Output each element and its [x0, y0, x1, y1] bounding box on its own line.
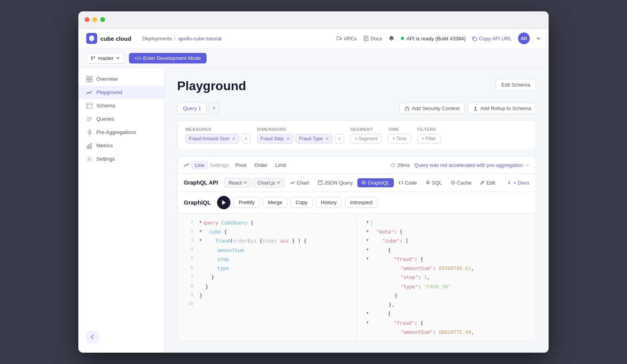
vpcs-link[interactable]: VPCs [336, 36, 357, 42]
history-button[interactable]: History [316, 197, 342, 208]
view-tab-cache[interactable]: Cache [447, 178, 476, 187]
dimension-chip-fraud-step-label: Fraud Step [261, 136, 284, 141]
measure-chip-fraud-amount-sum[interactable]: Fraud Amount Sum × [185, 134, 239, 143]
user-menu-chevron-icon[interactable] [536, 36, 541, 41]
svg-point-14 [89, 93, 90, 94]
react-chevron-icon [243, 181, 247, 185]
minimize-button[interactable] [92, 17, 97, 22]
sidebar-item-playground[interactable]: Playground [78, 86, 164, 99]
run-query-button[interactable] [217, 196, 230, 209]
add-time-button[interactable]: + Time [388, 134, 411, 143]
result-code-pane: ▼ { ▼ "data": { ▼ "cube": [ ▼ [357, 214, 536, 341]
prettify-button[interactable]: Prettify [234, 197, 259, 208]
svg-rect-9 [87, 76, 89, 79]
dimension-chip-fraud-step[interactable]: Fraud Step × [257, 134, 294, 143]
sql-view-icon [426, 180, 430, 185]
chart-type-line-button[interactable]: Line [191, 161, 208, 170]
query-code-pane[interactable]: 1 ▼ query CubeQuery { 2 ▼ cube { 3 ▼ [178, 214, 357, 341]
notifications-bell[interactable] [388, 35, 395, 42]
code-line-2: 2 ▼ cube { [178, 227, 357, 236]
chartjs-chevron-icon [277, 181, 281, 185]
avatar[interactable]: AD [518, 33, 530, 44]
collapse-icon [90, 334, 95, 340]
add-query-tab-button[interactable]: + [208, 103, 219, 114]
devbar: master </> Enter Development Mode [78, 49, 549, 68]
app-window: cube cloud Deployments / apollo-cube-tut… [78, 11, 549, 353]
maximize-button[interactable] [100, 17, 105, 22]
close-button[interactable] [85, 17, 89, 22]
limit-button[interactable]: Limit [272, 161, 289, 170]
add-segment-button[interactable]: + Segment [350, 134, 382, 143]
view-tab-graphiql[interactable]: GraphiQL [357, 178, 393, 187]
framework-chartjs-selector[interactable]: Chart.js [253, 178, 285, 188]
enter-dev-mode-button[interactable]: </> Enter Development Mode [129, 53, 207, 63]
breadcrumb-deployments[interactable]: Deployments [142, 36, 172, 42]
not-accelerated-link[interactable]: Query was not accelerated with pre-aggre… [415, 162, 529, 168]
code-line-7: 7 } [178, 273, 357, 282]
add-rollup-to-schema-button[interactable]: Add Rollup to Schema [468, 103, 536, 114]
view-tab-code[interactable]: Code [395, 178, 421, 187]
page-title: Playground [177, 79, 246, 93]
result-line-10: }, [357, 300, 536, 309]
code-line-3: 3 ▼ fraud(orderBy: {step: asc } ) { [178, 236, 357, 245]
titlebar [78, 11, 549, 29]
view-tab-chart[interactable]: Chart [286, 178, 313, 187]
sidebar-item-pre-aggregations[interactable]: Pre-Aggregations [78, 126, 164, 139]
edit-schema-button[interactable]: Edit Schema [495, 79, 536, 91]
view-tab-edit-label: Edit [486, 180, 495, 186]
query-tab-1[interactable]: Query 1 [177, 103, 207, 114]
view-tab-code-label: Code [405, 180, 417, 186]
copy-api-url-label: Copy API URL [479, 36, 512, 42]
add-filter-button[interactable]: + Filter [417, 134, 440, 143]
sidebar-item-metrics-label: Metrics [96, 143, 113, 148]
introspect-button[interactable]: Introspect [345, 197, 377, 208]
dimension-chip-fraud-type-label: Fraud Type [299, 136, 323, 141]
code-line-10: 10 [178, 300, 357, 308]
result-line-3: ▼ "cube": [ [357, 236, 536, 245]
sidebar-item-overview[interactable]: Overview [78, 72, 164, 86]
query-time-value: 29ms [397, 162, 410, 168]
graphiql-header: GraphiQL Prettify Merge Copy History Int… [178, 192, 536, 214]
dimension-chip-fraud-type[interactable]: Fraud Type × [295, 134, 332, 143]
view-tab-json-query-label: JSON Query [324, 180, 353, 186]
dimension-chip-fraud-step-remove[interactable]: × [286, 136, 290, 141]
framework-chartjs-label: Chart.js [257, 180, 275, 186]
add-measure-button[interactable]: + [241, 134, 251, 143]
branch-selector[interactable]: master [86, 53, 124, 63]
docs-link[interactable]: Docs [363, 36, 382, 42]
traffic-lights [85, 17, 105, 22]
graphiql-docs-link[interactable]: < Docs [507, 180, 529, 186]
sidebar-item-metrics[interactable]: Metrics [78, 139, 164, 152]
pivot-button[interactable]: Pivot [232, 161, 250, 170]
dimension-chip-fraud-type-remove[interactable]: × [326, 136, 329, 141]
add-dimension-button[interactable]: + [335, 134, 344, 143]
breadcrumb-separator: / [174, 36, 176, 42]
query-tabs-row: Query 1 + Add Security Context [177, 103, 536, 114]
filters-section: FILTERS + Filter [417, 127, 440, 143]
view-tab-graphiql-label: GraphiQL [368, 180, 390, 186]
svg-point-13 [88, 92, 89, 93]
order-button[interactable]: Order [251, 161, 270, 170]
view-tab-json-query[interactable]: JSON Query [314, 178, 357, 187]
view-tab-edit[interactable]: Edit [476, 178, 499, 187]
sidebar-item-settings[interactable]: Settings [78, 152, 164, 166]
measure-chip-remove[interactable]: × [232, 136, 235, 141]
breadcrumb-current-project[interactable]: apollo-cube-tutorial [178, 36, 222, 42]
chart-line-toolbar-icon [184, 162, 189, 168]
settings-label: Settings: [210, 162, 230, 168]
svg-rect-12 [90, 80, 92, 82]
framework-react-selector[interactable]: React [224, 178, 252, 188]
svg-rect-23 [89, 145, 90, 148]
add-security-context-button[interactable]: Add Security Context [399, 103, 465, 114]
sidebar-collapse-button[interactable] [86, 331, 99, 343]
measures-label: MEASURES [185, 127, 251, 132]
view-tab-sql[interactable]: SQL [422, 178, 446, 187]
time-section: TIME + Time [388, 127, 411, 143]
branch-chevron-icon [116, 56, 120, 60]
merge-button[interactable]: Merge [263, 197, 288, 208]
copy-api-url-button[interactable]: Copy API URL [472, 36, 512, 42]
sidebar-item-queries[interactable]: Queries [78, 112, 164, 126]
code-line-8: 8 } [178, 282, 357, 291]
sidebar-item-schema[interactable]: Schema [78, 99, 164, 112]
copy-button[interactable]: Copy [291, 197, 313, 208]
